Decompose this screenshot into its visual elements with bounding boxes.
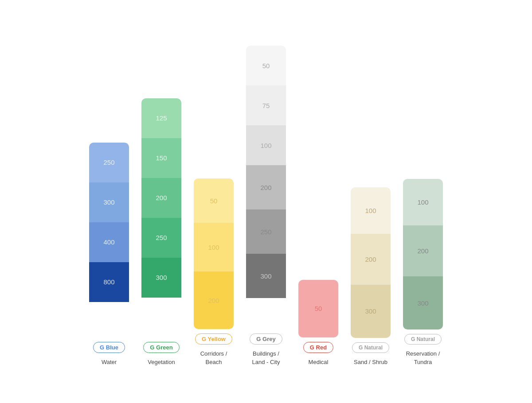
segment-vegetation-150: 150 [141, 138, 181, 178]
segment-water-250: 250 [89, 143, 129, 182]
category-label-corridors: Corridors /Beach [200, 350, 227, 366]
category-label-buildings: Buildings /Land - City [252, 350, 280, 366]
chart-container: 250300400800G BlueWater125150200250300G … [63, 28, 469, 375]
segment-corridors-100: 100 [194, 223, 234, 271]
bar-stack-corridors: 50100200 [194, 178, 234, 329]
segment-corridors-200: 200 [194, 271, 234, 329]
column-water: 250300400800G BlueWater [89, 143, 129, 366]
segment-medical-50: 50 [298, 280, 338, 337]
segment-buildings-250: 250 [246, 209, 286, 254]
badge-corridors: G Yellow [195, 333, 232, 345]
segment-water-300: 300 [89, 182, 129, 222]
bar-stack-water: 250300400800 [89, 143, 129, 337]
segment-vegetation-200: 200 [141, 178, 181, 218]
segment-reservation-200: 200 [403, 225, 443, 276]
category-label-reservation: Reservation /Tundra [406, 350, 440, 366]
segment-water-400: 400 [89, 222, 129, 262]
bar-stack-buildings: 5075100200250300 [246, 46, 286, 329]
segment-vegetation-300: 300 [141, 258, 181, 298]
column-medical: 50G RedMedical [298, 280, 338, 366]
badge-water: G Blue [93, 342, 125, 353]
badge-buildings: G Grey [250, 333, 282, 345]
segment-buildings-50: 50 [246, 46, 286, 85]
segment-sand-shrub-200: 200 [351, 234, 391, 285]
segment-buildings-100: 100 [246, 125, 286, 165]
segment-sand-shrub-100: 100 [351, 187, 391, 234]
bar-stack-vegetation: 125150200250300 [141, 98, 181, 337]
badge-vegetation: G Green [143, 342, 179, 353]
category-label-sand-shrub: Sand / Shrub [354, 358, 387, 366]
column-vegetation: 125150200250300G GreenVegetation [141, 98, 181, 366]
segment-vegetation-250: 250 [141, 218, 181, 258]
category-label-water: Water [102, 358, 117, 366]
segment-sand-shrub-300: 300 [351, 285, 391, 338]
segment-buildings-300: 300 [246, 254, 286, 298]
category-label-vegetation: Vegetation [148, 358, 175, 366]
segment-reservation-100: 100 [403, 179, 443, 225]
badge-sand-shrub: G Natural [352, 342, 389, 353]
column-corridors: 50100200G YellowCorridors /Beach [194, 178, 234, 366]
segment-reservation-300: 300 [403, 276, 443, 329]
segment-buildings-200: 200 [246, 165, 286, 209]
column-sand-shrub: 100200300G NaturalSand / Shrub [351, 187, 391, 366]
bar-stack-medical: 50 [298, 280, 338, 337]
segment-water-800: 800 [89, 262, 129, 302]
column-buildings: 5075100200250300G GreyBuildings /Land - … [246, 46, 286, 366]
column-reservation: 100200300G NaturalReservation /Tundra [403, 179, 443, 366]
segment-vegetation-125: 125 [141, 98, 181, 138]
bar-stack-reservation: 100200300 [403, 179, 443, 329]
badge-reservation: G Natural [404, 334, 442, 345]
segment-buildings-75: 75 [246, 85, 286, 125]
segment-corridors-50: 50 [194, 178, 234, 223]
badge-medical: G Red [303, 342, 333, 353]
category-label-medical: Medical [309, 358, 329, 366]
bar-stack-sand-shrub: 100200300 [351, 187, 391, 338]
